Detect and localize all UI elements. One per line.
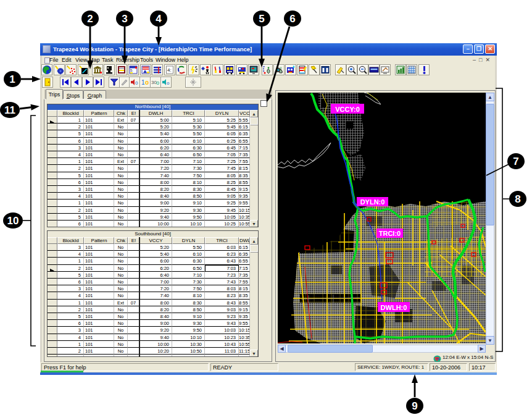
svg-text:4:: 4: [167,67,172,73]
svg-text:10: 10 [7,215,19,227]
svg-text:4: 4 [156,13,162,25]
svg-text:DYLN:0: DYLN:0 [360,198,385,206]
svg-text:DWLH:0: DWLH:0 [381,304,407,311]
svg-text:1: 1 [9,74,15,85]
svg-text:5: 5 [259,13,264,25]
svg-text:o: o [156,80,159,86]
svg-text:11: 11 [4,104,15,116]
svg-text:9: 9 [412,400,417,412]
svg-text:TRCI:0: TRCI:0 [379,230,401,237]
svg-text:o: o [145,79,149,86]
svg-text:5:: 5: [130,69,133,72]
svg-text:6: 6 [289,13,295,25]
svg-text:3: 3 [122,13,127,25]
svg-text:0: 0 [135,80,138,86]
svg-text:VCCY:0: VCCY:0 [335,106,360,113]
svg-text:8: 8 [515,193,520,205]
svg-text:7: 7 [513,156,518,167]
svg-text:2: 2 [87,13,93,25]
svg-text:o: o [167,80,170,86]
